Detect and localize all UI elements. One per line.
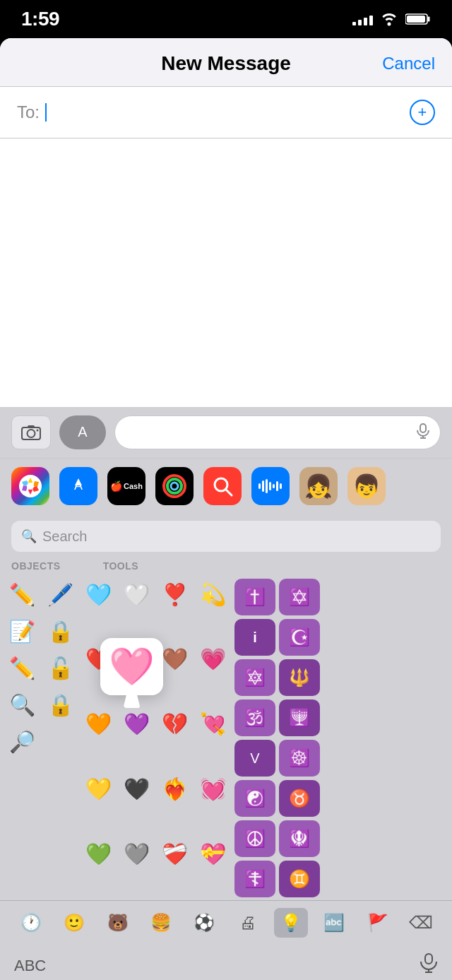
heart-popup: 🩷 xyxy=(100,638,163,708)
emoji-search-bar[interactable]: 🔍 Search xyxy=(0,514,452,559)
unlock-emoji[interactable]: 🔓 xyxy=(41,649,79,686)
khanda-tile[interactable]: 🪯 xyxy=(279,820,320,857)
message-input[interactable] xyxy=(114,415,441,449)
om-tile[interactable]: 🕉️ xyxy=(234,699,275,736)
abc-label[interactable]: ABC xyxy=(14,957,46,975)
search-icon[interactable] xyxy=(203,467,242,505)
purple-heart[interactable]: 💜 xyxy=(117,706,155,743)
app-toolbar: A xyxy=(0,407,452,459)
emoji-search-input[interactable]: 🔍 Search xyxy=(11,521,441,552)
svg-text:A: A xyxy=(78,424,88,439)
green-heart[interactable]: 💚 xyxy=(79,835,117,872)
yin-yang-tile[interactable]: ☯️ xyxy=(234,780,275,817)
menorah-tile[interactable]: 🕎 xyxy=(279,699,320,736)
light-blue-heart[interactable]: 🩵 xyxy=(79,576,117,613)
black-heart[interactable]: 🖤 xyxy=(117,770,155,807)
emoji-row-3: ✏️ 🔓 xyxy=(3,649,79,686)
svg-point-16 xyxy=(171,483,178,490)
svg-rect-19 xyxy=(258,483,261,489)
gemini-tile[interactable]: ♊ xyxy=(279,861,320,897)
fire-heart[interactable]: ❤️‍🔥 xyxy=(155,770,194,807)
orthodox-tile[interactable]: ☦️ xyxy=(234,861,275,897)
svg-rect-26 xyxy=(425,954,432,964)
audio-icon[interactable] xyxy=(251,467,290,505)
hexagram-tile[interactable]: 🔯 xyxy=(234,659,275,696)
orange-heart[interactable]: 🧡 xyxy=(79,706,117,743)
svg-rect-25 xyxy=(280,483,282,489)
empty-cell xyxy=(41,723,79,760)
memo-emoji[interactable]: 📝 xyxy=(3,613,41,649)
mag-emoji[interactable]: 🔍 xyxy=(3,686,41,723)
gift-heart[interactable]: 💝 xyxy=(194,835,232,872)
cupid-heart[interactable]: 💘 xyxy=(194,706,232,743)
crescent-tile[interactable]: ☪️ xyxy=(279,619,320,656)
app-store-button[interactable]: A xyxy=(59,415,106,449)
abc-bar: ABC xyxy=(0,945,452,980)
battery-icon xyxy=(405,13,431,25)
camera-button[interactable] xyxy=(11,415,51,449)
star-heart[interactable]: 💫 xyxy=(194,576,232,613)
peace-tile[interactable]: ☮️ xyxy=(234,820,275,857)
emoji-row-5: 🔎 xyxy=(3,723,79,760)
smiley-tab[interactable]: 🙂 xyxy=(57,908,91,938)
bandage-heart[interactable]: ❤️‍🩹 xyxy=(155,835,194,872)
svg-rect-20 xyxy=(262,480,264,492)
symbols-tab[interactable]: 🔤 xyxy=(317,908,351,938)
svg-point-6 xyxy=(37,430,39,432)
sports-tab[interactable]: ⚽ xyxy=(187,908,221,938)
taurus-tile[interactable]: ♉ xyxy=(279,780,320,817)
to-label: To: xyxy=(17,102,40,122)
yellow-heart[interactable]: 💛 xyxy=(79,770,117,807)
hearts-grid: 🩵 🤍 ❣️ 💫 ❤️ 💙 🤎 💗 🧡 💜 💔 💘 💛 🖤 ❤️‍🔥 xyxy=(79,576,232,900)
lock2-emoji[interactable]: 🔒 xyxy=(41,686,79,723)
signal-icon xyxy=(352,13,373,25)
flags-tab[interactable]: 🚩 xyxy=(361,908,395,938)
fitness-icon[interactable] xyxy=(155,467,194,505)
pen-emoji[interactable]: 🖊️ xyxy=(41,576,79,613)
food-tab[interactable]: 🍔 xyxy=(144,908,178,938)
avatar1-icon[interactable]: 👧 xyxy=(299,467,338,505)
to-field[interactable]: To: + xyxy=(0,87,452,138)
mic-icon[interactable] xyxy=(416,423,430,442)
mag2-emoji[interactable]: 🔎 xyxy=(3,723,41,760)
animal-tab[interactable]: 🐻 xyxy=(101,908,135,938)
tools-category: TOOLS xyxy=(103,560,138,572)
pink-heart[interactable]: 💗 xyxy=(194,641,232,678)
app-icons-row: A 🍎Cash xyxy=(0,459,452,514)
mic-button[interactable] xyxy=(420,953,438,978)
svg-line-18 xyxy=(226,490,232,495)
svg-point-12 xyxy=(27,483,34,490)
broken-heart[interactable]: 💔 xyxy=(155,706,194,743)
photos-app-icon[interactable] xyxy=(11,467,49,505)
status-time: 1:59 xyxy=(21,8,59,30)
grey-heart[interactable]: 🩶 xyxy=(117,835,155,872)
wheel-tile[interactable]: ☸️ xyxy=(279,740,320,777)
svg-point-15 xyxy=(167,479,182,493)
info-tile[interactable]: i xyxy=(234,619,275,656)
delete-button[interactable]: ⌫ xyxy=(404,908,438,938)
message-body[interactable] xyxy=(0,138,452,407)
religion-grid: ✝️ ✡️ i ☪️ 🔯 🔱 🕉️ 🕎 V ☸️ ☯️ ♉ ☮️ 🪯 ☦️ ♊ xyxy=(232,576,323,900)
building-tab[interactable]: 🖨 xyxy=(231,908,265,938)
svg-rect-21 xyxy=(266,479,268,493)
recent-tab[interactable]: 🕐 xyxy=(14,908,48,938)
search-placeholder: Search xyxy=(42,529,87,545)
cross-tile[interactable]: ✝️ xyxy=(234,579,275,615)
apple-cash-icon[interactable]: 🍎Cash xyxy=(107,467,145,505)
star-david-tile[interactable]: ✡️ xyxy=(279,579,320,615)
avatar2-icon[interactable]: 👦 xyxy=(347,467,386,505)
pencil2-emoji[interactable]: ✏️ xyxy=(3,649,41,686)
appstore-icon[interactable]: A xyxy=(59,467,97,505)
status-icons xyxy=(352,12,431,26)
pencil-emoji[interactable]: ✏️ xyxy=(3,576,41,613)
flag-tile[interactable]: V xyxy=(234,740,275,777)
lock-emoji[interactable]: 🔒 xyxy=(41,613,79,649)
objects-tab[interactable]: 💡 xyxy=(274,908,308,938)
cancel-button[interactable]: Cancel xyxy=(382,54,435,73)
heart-popup-bubble: 🩷 xyxy=(100,638,163,695)
add-recipient-button[interactable]: + xyxy=(410,100,435,125)
white-heart[interactable]: 🤍 xyxy=(117,576,155,613)
trident-tile[interactable]: 🔱 xyxy=(279,659,320,696)
heart-exclaim[interactable]: ❣️ xyxy=(155,576,194,613)
beating-heart[interactable]: 💓 xyxy=(194,770,232,807)
